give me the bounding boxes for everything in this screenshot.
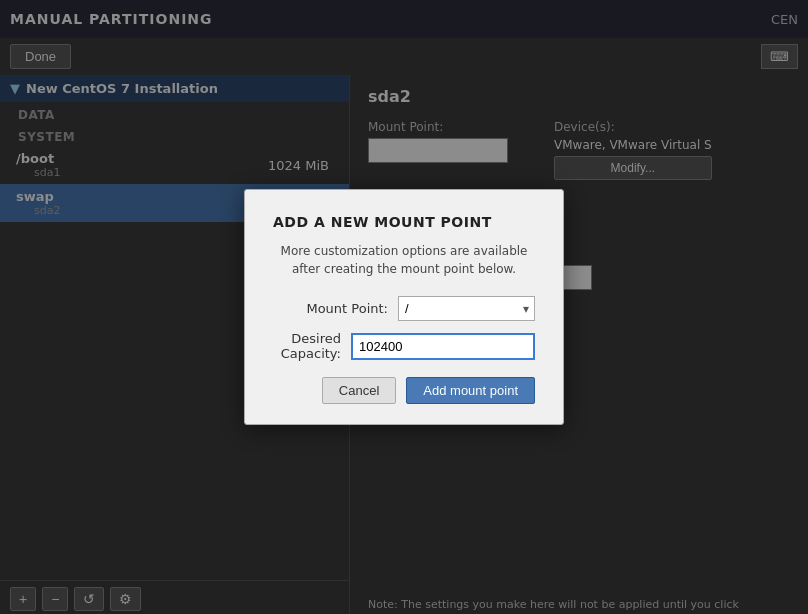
- dialog-form-row-capacity: Desired Capacity:: [273, 331, 535, 361]
- dialog-overlay: ADD A NEW MOUNT POINT More customization…: [0, 0, 808, 614]
- dialog-mount-point-select-wrapper: / /boot /home /var swap ▾: [398, 296, 535, 321]
- dialog-mount-point-select[interactable]: / /boot /home /var swap: [398, 296, 535, 321]
- dialog-form-row-mount: Mount Point: / /boot /home /var swap ▾: [273, 296, 535, 321]
- dialog-desired-capacity-label: Desired Capacity:: [273, 331, 341, 361]
- cancel-button[interactable]: Cancel: [322, 377, 396, 404]
- dialog-description: More customization options are available…: [273, 242, 535, 278]
- add-mount-point-button[interactable]: Add mount point: [406, 377, 535, 404]
- dialog-mount-point-label: Mount Point:: [273, 301, 388, 316]
- add-mount-dialog: ADD A NEW MOUNT POINT More customization…: [244, 189, 564, 425]
- dialog-desired-capacity-input[interactable]: [351, 333, 535, 360]
- dialog-title: ADD A NEW MOUNT POINT: [273, 214, 535, 230]
- dialog-buttons: Cancel Add mount point: [273, 377, 535, 404]
